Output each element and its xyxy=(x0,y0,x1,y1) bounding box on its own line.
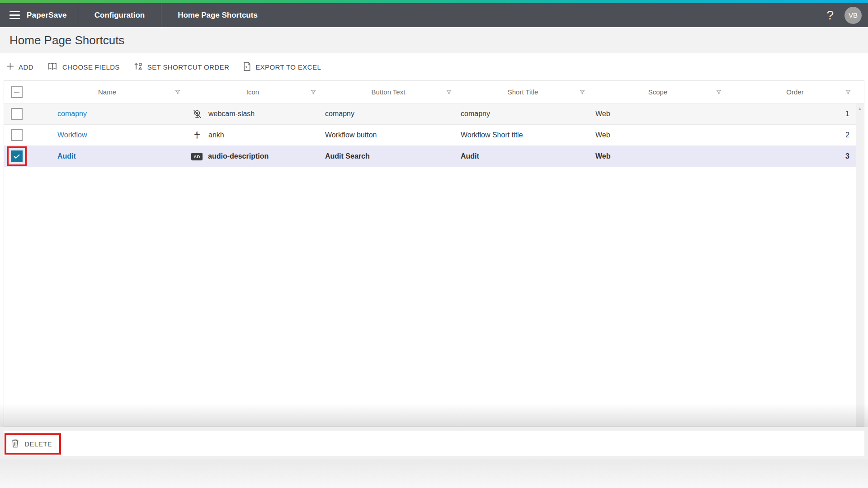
choose-fields-label: CHOOSE FIELDS xyxy=(62,63,120,71)
select-all-checkbox[interactable] xyxy=(11,86,23,98)
order-cell: 1 xyxy=(845,110,849,117)
table-row[interactable]: comapny webcam-slash comapny comapny Web… xyxy=(4,103,864,125)
export-to-excel-label: EXPORT TO EXCEL xyxy=(255,63,321,71)
row-name-link[interactable]: Workflow xyxy=(57,131,87,139)
row-checkbox-checked[interactable] xyxy=(11,150,23,162)
annotation-highlight-box xyxy=(7,146,27,166)
set-shortcut-order-button[interactable]: SET SHORTCUT ORDER xyxy=(133,61,229,72)
column-header-name[interactable]: Name xyxy=(29,81,185,103)
column-header-scope[interactable]: Scope xyxy=(590,81,726,103)
short-title-cell: Audit xyxy=(461,152,479,160)
choose-fields-button[interactable]: CHOOSE FIELDS xyxy=(47,62,120,72)
column-header-icon[interactable]: Icon xyxy=(185,81,321,103)
icon-name-text: ankh xyxy=(208,131,224,139)
open-book-icon xyxy=(47,62,58,72)
short-title-cell: Workflow Short title xyxy=(461,131,523,139)
delete-button[interactable]: DELETE xyxy=(6,435,59,453)
filter-icon[interactable] xyxy=(579,89,585,95)
export-to-excel-button[interactable]: x EXPORT TO EXCEL xyxy=(243,61,321,73)
header-checkbox-cell xyxy=(4,86,29,98)
nav-home-page-shortcuts-label: Home Page Shortcuts xyxy=(178,11,258,20)
set-shortcut-order-label: SET SHORTCUT ORDER xyxy=(147,63,229,71)
table-row[interactable]: Workflow ☥ ankh Workflow button Workflow… xyxy=(4,125,864,146)
filter-icon[interactable] xyxy=(716,89,722,95)
filter-icon[interactable] xyxy=(446,89,452,95)
vertical-scrollbar[interactable]: ▲ xyxy=(856,103,864,427)
shortcuts-table: Name Icon Button Text Short Title Scope xyxy=(4,80,864,427)
add-label: ADD xyxy=(19,63,33,71)
button-text-cell: comapny xyxy=(325,110,354,117)
trash-icon xyxy=(11,438,19,450)
column-header-button-text[interactable]: Button Text xyxy=(321,81,456,103)
help-icon[interactable]: ? xyxy=(826,9,834,22)
ankh-icon: ☥ xyxy=(191,131,203,140)
row-name-link[interactable]: comapny xyxy=(57,110,87,117)
navbar-right: ? VB xyxy=(826,3,868,27)
short-title-cell: comapny xyxy=(461,110,490,117)
scope-cell: Web xyxy=(595,152,610,160)
row-checkbox[interactable] xyxy=(11,108,23,120)
scope-cell: Web xyxy=(595,110,610,117)
scroll-up-icon[interactable]: ▲ xyxy=(858,107,862,427)
button-text-cell: Workflow button xyxy=(325,131,377,139)
order-cell: 3 xyxy=(845,152,849,160)
excel-file-icon: x xyxy=(243,61,251,73)
nav-configuration[interactable]: Configuration xyxy=(78,3,161,27)
page-title: Home Page Shortcuts xyxy=(9,33,124,47)
annotation-highlight-box: DELETE xyxy=(5,433,61,455)
scope-cell: Web xyxy=(595,131,610,139)
selection-action-bar: DELETE xyxy=(4,431,864,456)
brand[interactable]: PaperSave xyxy=(27,3,78,27)
order-cell: 2 xyxy=(845,131,849,139)
page-title-bar: Home Page Shortcuts xyxy=(0,27,868,53)
sort-order-icon xyxy=(133,61,143,72)
table-header-row: Name Icon Button Text Short Title Scope xyxy=(4,81,864,103)
filter-icon[interactable] xyxy=(175,89,181,95)
icon-name-text: audio-description xyxy=(208,152,269,160)
bottom-zone: DELETE xyxy=(0,427,868,488)
column-header-order[interactable]: Order xyxy=(726,81,864,103)
plus-icon xyxy=(6,62,14,71)
avatar[interactable]: VB xyxy=(844,7,862,24)
filter-icon[interactable] xyxy=(845,89,851,95)
webcam-slash-icon xyxy=(191,109,203,119)
row-checkbox[interactable] xyxy=(11,129,23,141)
menu-icon[interactable] xyxy=(0,3,27,27)
nav-home-page-shortcuts[interactable]: Home Page Shortcuts xyxy=(161,3,274,27)
accent-strip xyxy=(0,0,868,3)
svg-text:x: x xyxy=(245,65,248,69)
audio-description-icon: AD xyxy=(191,153,203,160)
icon-name-text: webcam-slash xyxy=(208,110,255,118)
top-navbar: PaperSave Configuration Home Page Shortc… xyxy=(0,3,868,27)
table-row-selected[interactable]: Audit AD audio-description Audit Search … xyxy=(4,146,864,167)
column-header-short-title[interactable]: Short Title xyxy=(456,81,590,103)
row-name-link[interactable]: Audit xyxy=(57,152,76,160)
button-text-cell: Audit Search xyxy=(325,152,370,160)
nav-configuration-label: Configuration xyxy=(94,11,145,20)
delete-label: DELETE xyxy=(24,440,52,448)
filter-icon[interactable] xyxy=(310,89,316,95)
add-button[interactable]: ADD xyxy=(6,62,33,71)
toolbar: ADD CHOOSE FIELDS SET SHORTCUT ORDER x xyxy=(0,53,868,80)
